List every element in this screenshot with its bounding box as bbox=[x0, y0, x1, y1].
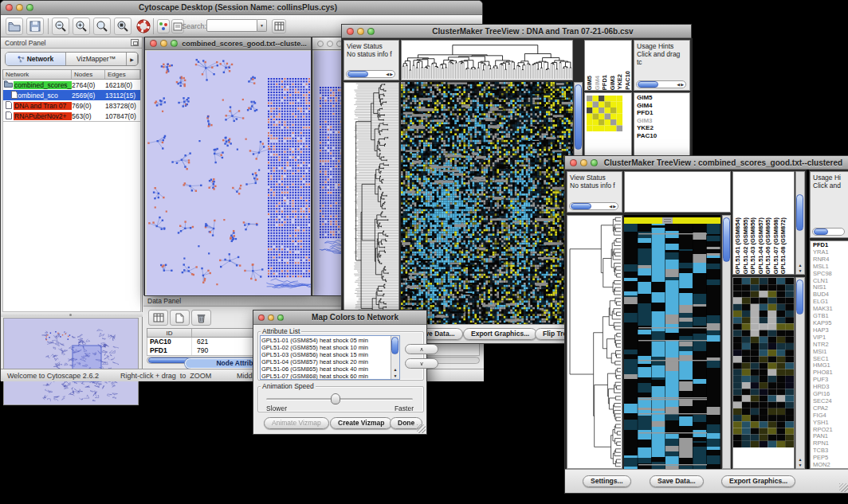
help-button[interactable] bbox=[135, 18, 152, 35]
gene-label[interactable]: YKE2 bbox=[637, 124, 689, 132]
heatmap-canvas[interactable] bbox=[401, 82, 573, 326]
row-dendrogram-canvas[interactable] bbox=[567, 216, 622, 468]
column-label[interactable]: GPL51-07 (GSM868) bbox=[772, 217, 780, 274]
scroll-thumb[interactable] bbox=[796, 279, 803, 315]
scroll-arrows-icon[interactable] bbox=[796, 263, 804, 274]
network-name[interactable]: RNAPuberNov2+ bbox=[14, 112, 72, 120]
heatmap-canvas[interactable] bbox=[624, 215, 720, 469]
settings-button[interactable]: Settings... bbox=[583, 475, 631, 487]
usage-hscrollbar[interactable] bbox=[636, 80, 686, 88]
heatmap-panel[interactable] bbox=[624, 215, 720, 469]
zoom-selected-button[interactable] bbox=[114, 18, 132, 35]
zoom-heatmap-vscrollbar[interactable] bbox=[795, 277, 805, 469]
column-label[interactable]: GPL51-01 (GSM854) bbox=[734, 217, 742, 274]
scroll-thumb[interactable] bbox=[575, 84, 582, 150]
export-graphics-button[interactable]: Export Graphics... bbox=[721, 475, 795, 487]
attribute-item[interactable]: GPL51-02 (GSM855) heat shock 10 min bbox=[261, 344, 390, 351]
search-input[interactable] bbox=[206, 19, 257, 32]
close-button[interactable] bbox=[347, 28, 354, 35]
column-dendrogram-panel[interactable] bbox=[401, 40, 573, 80]
row-dendrogram-panel[interactable] bbox=[344, 82, 399, 326]
network-row[interactable]: DNA and Tran 07769(0)183728(0) bbox=[3, 100, 140, 111]
scroll-arrows-icon[interactable] bbox=[796, 457, 804, 468]
column-label[interactable]: GPL51-08 (GSM872) bbox=[779, 217, 787, 274]
column-label[interactable]: GIM3 bbox=[609, 76, 617, 90]
column-label[interactable]: GPL51-06 (GSM865) bbox=[764, 217, 772, 274]
column-label[interactable]: GPL51-04 (GSM857) bbox=[757, 217, 765, 274]
network-name[interactable]: combined_scores_ bbox=[14, 81, 72, 89]
treeview2-titlebar[interactable]: ClusterMaker TreeView : combined_scores_… bbox=[565, 156, 848, 170]
scroll-thumb[interactable] bbox=[391, 337, 398, 354]
save-session-button[interactable] bbox=[26, 18, 44, 35]
network-row[interactable]: RNAPuberNov2+563(0)107847(0) bbox=[3, 111, 140, 121]
zoom-fit-button[interactable] bbox=[93, 18, 111, 35]
treeview2-window[interactable]: ClusterMaker TreeView : combined_scores_… bbox=[564, 155, 848, 494]
col-network[interactable]: Network bbox=[3, 70, 72, 79]
network-name[interactable]: DNA and Tran 07 bbox=[14, 102, 72, 110]
gene-label[interactable]: PAC10 bbox=[637, 132, 689, 140]
zoom-in-button[interactable] bbox=[73, 18, 90, 35]
birdseye-view[interactable] bbox=[3, 318, 139, 405]
scroll-thumb[interactable] bbox=[796, 194, 803, 231]
minimize-button[interactable] bbox=[160, 40, 167, 47]
tab-overflow-arrow[interactable]: ▶ bbox=[127, 53, 138, 65]
column-label[interactable]: PAC10 bbox=[624, 71, 632, 90]
zoom-heatmap-canvas[interactable] bbox=[733, 278, 794, 447]
animate-vizmap-button[interactable]: Animate Vizmap bbox=[264, 417, 329, 429]
column-dendrogram-canvas[interactable] bbox=[402, 41, 572, 80]
column-label[interactable]: GIM4 bbox=[594, 76, 602, 90]
network1-titlebar[interactable]: combined_scores_good.txt--cluste... bbox=[145, 37, 311, 50]
move-down-button[interactable]: ∨ bbox=[405, 358, 438, 369]
float-panel-icon[interactable] bbox=[131, 39, 139, 46]
scroll-arrows-icon[interactable] bbox=[386, 71, 394, 78]
scroll-arrows-icon[interactable] bbox=[677, 81, 685, 88]
save-data-button[interactable]: Save Data... bbox=[650, 475, 704, 487]
attribute-list[interactable]: GPL51-01 (GSM854) heat shock 05 minGPL51… bbox=[260, 335, 400, 380]
minimize-button[interactable] bbox=[327, 41, 333, 47]
gene-label[interactable]: GIM4 bbox=[637, 102, 689, 110]
minimize-button[interactable] bbox=[357, 28, 364, 35]
column-label[interactable]: PFD1 bbox=[601, 75, 609, 90]
column-labels-vscrollbar[interactable] bbox=[795, 171, 805, 275]
close-button[interactable] bbox=[570, 159, 577, 166]
move-up-button[interactable]: ∧ bbox=[405, 344, 438, 354]
col-id[interactable]: ID bbox=[147, 329, 192, 337]
zoom-heatmap-panel[interactable] bbox=[732, 277, 795, 469]
resize-grip-icon[interactable] bbox=[839, 483, 848, 492]
map-colors-dialog[interactable]: Map Colors to Network Attribute List GPL… bbox=[253, 310, 427, 435]
attribute-item[interactable]: GPL51-03 (GSM856) heat shock 15 min bbox=[261, 351, 390, 358]
scroll-thumb[interactable] bbox=[347, 71, 368, 77]
view-status-hscrollbar[interactable] bbox=[569, 202, 618, 210]
minimize-button[interactable] bbox=[16, 4, 23, 11]
close-button[interactable] bbox=[6, 4, 13, 11]
zoom-out-button[interactable] bbox=[52, 18, 69, 35]
create-vizmap-button[interactable]: Create Vizmap bbox=[330, 417, 392, 429]
row-dendrogram-panel[interactable] bbox=[567, 215, 622, 469]
col-edges[interactable]: Edges bbox=[105, 70, 140, 79]
row-dendrogram-canvas[interactable] bbox=[344, 83, 398, 325]
panel-divider-handle[interactable] bbox=[1, 312, 143, 317]
dialog-titlebar[interactable]: Map Colors to Network bbox=[253, 311, 426, 325]
scroll-arrows-icon[interactable] bbox=[609, 203, 617, 210]
scroll-arrows-icon[interactable] bbox=[391, 366, 399, 379]
view-status-hscrollbar[interactable] bbox=[346, 70, 395, 78]
vizmapper-tool-button[interactable] bbox=[157, 19, 170, 33]
network-window[interactable]: combined_scores_good.txt--cluste... bbox=[144, 37, 312, 296]
gene-label[interactable]: GIM5 bbox=[637, 94, 689, 102]
speed-slider-thumb[interactable] bbox=[331, 393, 340, 404]
column-label[interactable]: GPL51-02 (GSM855) bbox=[742, 217, 750, 274]
scroll-thumb[interactable] bbox=[638, 81, 658, 88]
minimize-button[interactable] bbox=[268, 315, 274, 321]
zoom-heatmap-canvas[interactable] bbox=[587, 96, 622, 131]
scroll-thumb[interactable] bbox=[571, 203, 591, 209]
close-button[interactable] bbox=[150, 40, 157, 47]
search-dropdown-arrow[interactable]: ▼ bbox=[257, 19, 267, 32]
attribute-item[interactable]: GPL51-04 (GSM857) heat shock 20 min bbox=[261, 358, 390, 365]
scroll-thumb[interactable] bbox=[723, 217, 730, 262]
network-name[interactable]: combined_sco bbox=[14, 92, 72, 100]
table-tool-button[interactable] bbox=[272, 19, 286, 33]
zoom-button[interactable] bbox=[367, 28, 375, 35]
attribute-list-vscrollbar[interactable] bbox=[391, 336, 399, 379]
col-nodes[interactable]: Nodes bbox=[72, 70, 105, 79]
column-dendrogram-panel[interactable] bbox=[624, 171, 731, 213]
